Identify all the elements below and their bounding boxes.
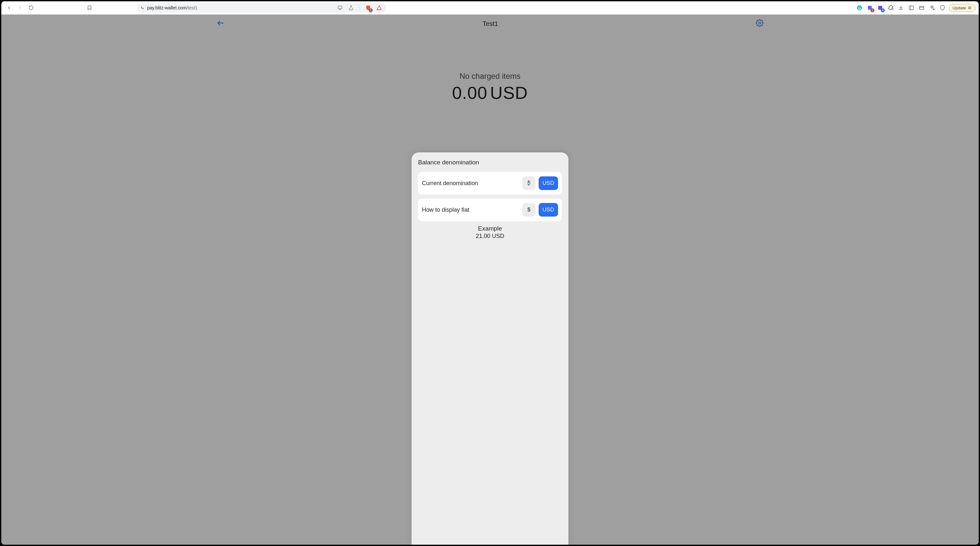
url-text: pay.blitz-wallet.com/test1 [147,5,334,10]
wallet-icon[interactable] [918,4,926,12]
denomination-btc-button[interactable]: ₿ [522,177,535,190]
display-fiat-label: How to display fiat [422,207,522,213]
sparkle-icon[interactable] [928,4,936,12]
svg-point-0 [141,7,142,8]
fiat-symbol-button[interactable]: $ [522,203,535,216]
extension-2-icon[interactable]: 2 [866,4,874,12]
url-bar[interactable]: pay.blitz-wallet.com/test1 1 [137,3,386,13]
share-icon[interactable] [347,4,355,12]
current-denomination-row: Current denomination ₿ USD [418,172,562,194]
balance-denomination-modal: Balance denomination Current denominatio… [412,153,568,545]
svg-point-1 [143,8,143,9]
divider [360,5,360,11]
svg-rect-9 [909,6,913,10]
current-denomination-label: Current denomination [422,180,522,187]
fiat-code-button[interactable]: USD [539,203,558,216]
bookmark-icon[interactable] [86,5,93,11]
browser-toolbar: pay.blitz-wallet.com/test1 1 [1,1,979,14]
nav-back-button[interactable] [5,3,14,12]
desktop-site-icon[interactable] [336,4,344,12]
example-value: 21.00 USD [418,233,562,240]
display-fiat-toggle: $ USD [522,203,558,216]
example-section: Example 21.00 USD [418,225,562,240]
example-label: Example [418,225,562,232]
svg-rect-11 [920,6,924,10]
extensions-puzzle-icon[interactable] [887,4,894,12]
extension-2-badge: 2 [870,8,874,12]
page-viewport: Test1 No charged items 0.00USD Balance d… [1,14,979,545]
display-fiat-row: How to display fiat $ USD [418,199,562,221]
hamburger-icon [967,5,972,10]
sidepanel-icon[interactable] [907,4,915,12]
svg-rect-2 [338,6,342,9]
site-info-icon[interactable] [140,5,145,10]
update-label: Update [953,5,966,10]
current-denomination-toggle: ₿ USD [522,177,558,190]
grammarly-icon[interactable] [856,4,863,12]
privacy-shield-icon[interactable] [939,4,946,12]
nav-reload-button[interactable] [27,3,36,12]
extension-3-badge: 4 [881,8,885,12]
extension-3-icon[interactable]: 4 [876,4,884,12]
downloads-icon[interactable] [897,4,905,12]
modal-title: Balance denomination [418,159,562,166]
denomination-usd-button[interactable]: USD [539,177,558,190]
brave-badge: 1 [369,8,373,12]
brave-shields-icon[interactable]: 1 [364,4,372,12]
nav-forward-button[interactable] [16,3,25,12]
brave-triangle-icon[interactable] [375,4,383,12]
update-button[interactable]: Update [949,4,975,12]
